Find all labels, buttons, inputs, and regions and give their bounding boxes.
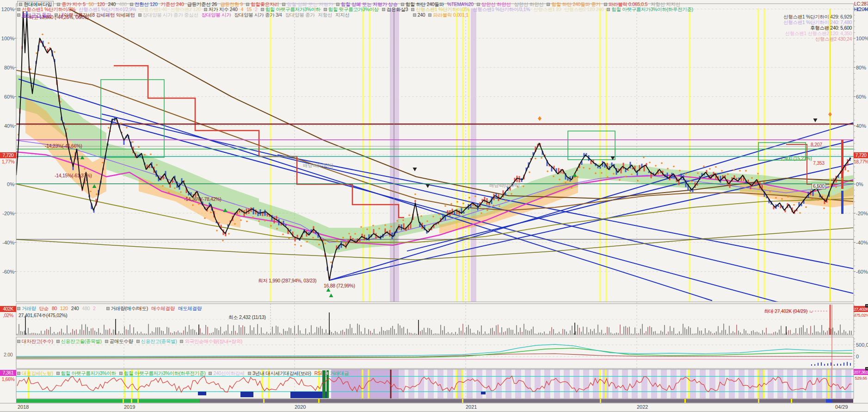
text-overlay-layer: 현대에버다임종가 지수 550120240480전환선 120기준선 240급등… <box>0 0 868 412</box>
toolbar-item[interactable]: 힘힐 아랫구름저가3%이하(하루전기준) <box>607 6 693 12</box>
toolbar-item[interactable]: 선행스팬2 120 <box>170 6 201 12</box>
legend-bullet-icon <box>136 340 140 343</box>
toolbar-item[interactable]: 2 <box>255 6 258 12</box>
toolbar-item[interactable]: 종가 지수 5 <box>57 1 86 6</box>
toolbar-item[interactable]: 힘힐 상폐 또는 저평가 <box>282 1 333 6</box>
toolbar-item[interactable]: 120 <box>97 1 105 6</box>
legend-bullet-icon <box>19 3 22 6</box>
toolbar-item[interactable]: 선행스팬2 120 240 <box>564 6 603 12</box>
toolbar-item[interactable]: 거래량(매수/매도) <box>106 306 148 311</box>
toolbar-item[interactable]: 파라볼릭 0.001,1 <box>428 12 468 18</box>
date-label: 2018 <box>18 404 29 410</box>
current-price-value: 7,720 <box>3 152 14 158</box>
chart-annotation: -14,23%(-46,66%) <box>45 143 82 149</box>
chart-annotation: 8,207 <box>811 142 822 147</box>
toolbar-item[interactable]: 저항선 지지선 <box>651 1 680 6</box>
chart-annotation: 최고 13,860 (-44,26%, 06/01) <box>29 14 88 21</box>
toolbar-item[interactable]: 기준선 240 <box>161 1 184 6</box>
toolbar-item[interactable]: 저가 지수 240 <box>204 6 238 12</box>
toolbar-item[interactable]: 거래량 <box>17 306 36 311</box>
badge-close-icon[interactable]: × <box>865 304 868 307</box>
toolbar-item[interactable]: 장대양봉 시가 <box>202 12 231 18</box>
toolbar-item[interactable]: 매수체결량 <box>151 306 175 311</box>
toolbar-item[interactable]: 4 <box>240 6 243 12</box>
toolbar-item[interactable]: 전환선 120 <box>130 1 158 6</box>
volume-badge-left: 402K <box>0 306 16 312</box>
y-axis-label-right: 40% <box>856 123 866 129</box>
legend-bullet-icon <box>119 372 123 375</box>
toolbar-item[interactable]: 지지선 <box>335 12 350 18</box>
toolbar-item[interactable]: %TEMA%20 <box>447 1 474 6</box>
toolbar-item[interactable]: 상한선 하한선 <box>477 1 511 6</box>
legend-bullet-icon <box>56 340 60 343</box>
toolbar-item[interactable]: 120 <box>60 306 68 311</box>
toolbar-item[interactable]: 15 <box>246 6 252 12</box>
toolbar-item[interactable]: 외국인순매수량(장내+장외) <box>180 338 242 344</box>
y-axis-label-left: 120% <box>0 6 14 12</box>
toolbar-item[interactable]: 2 <box>93 306 96 311</box>
toolbar-item[interactable]: 힘힐 상폐 또는 저평가 상승 <box>336 1 398 6</box>
toolbar-item[interactable]: 매도체결량 <box>178 306 202 311</box>
toolbar-item[interactable]: 480 <box>82 306 90 311</box>
legend-bullet-icon <box>428 13 431 17</box>
toolbar-item[interactable]: 선행스팬1 %단기하이/2,9% <box>79 6 136 12</box>
toolbar-item[interactable]: 240선이하강세 <box>209 370 245 376</box>
toolbar-item[interactable]: 80 <box>52 306 57 311</box>
toolbar-item[interactable]: 대표강세(노랑) <box>17 370 53 376</box>
toolbar-item[interactable]: 선행스팬1 20 <box>533 6 561 12</box>
legend-bullet-icon <box>413 13 416 17</box>
toolbar-item[interactable]: RSI <box>314 370 322 376</box>
toolbar-item[interactable]: 현대에버다임 <box>17 1 54 6</box>
toolbar-item[interactable]: 저항선 <box>318 12 332 18</box>
toolbar-item[interactable]: 힘힐 하단 240돌파 <box>401 1 444 6</box>
toolbar-item[interactable]: 검은화살3 <box>382 6 408 12</box>
toolbar-item[interactable]: 480 <box>119 1 127 6</box>
toolbar-item[interactable]: 파라볼릭 0.065,0.5 <box>604 1 648 6</box>
legend-bullet-icon <box>324 8 327 11</box>
toolbar-item[interactable]: 힘힐 아랫구름저가3%이하(하루전기준) <box>119 370 206 376</box>
toolbar-item[interactable]: 신용잔고(종목별) <box>136 338 177 344</box>
toolbar-item[interactable]: 힘힐 하단 240돌파 중기 <box>547 1 600 6</box>
toolbar-item[interactable]: 240 <box>71 306 79 311</box>
toolbar-item[interactable]: 힘힐 아랫구름저가3%이하 <box>261 6 320 12</box>
toolbar-item[interactable]: 급등전환 9 <box>220 1 243 6</box>
toolbar-item[interactable]: 급등기준선 26 <box>187 1 217 6</box>
volume-summary: 27,401,674주(475,02%) <box>18 312 68 319</box>
indicator-toolbar-row-2: 선행스팬1 %단기하이/3%선행스팬1 %단기하이/2,9%선행스팬1 40선행… <box>17 6 852 12</box>
legend-bullet-icon <box>411 8 414 11</box>
y-axis-label-left: -60% <box>0 269 14 275</box>
toolbar-item[interactable]: 50 <box>89 1 94 6</box>
toolbar-item[interactable]: 단순 <box>39 306 49 311</box>
y-axis-label-left: 80% <box>0 65 14 70</box>
rsi-panel-header: 대표강세(노랑)힘힐 아랫구름저가3%이하힘힐 아랫구름저가3%이하(하루전기준… <box>17 370 852 376</box>
toolbar-item[interactable]: 신용잔고율(종목별) <box>56 338 102 344</box>
toolbar-item[interactable]: 선행스팬1 %단기하이/3% <box>17 6 75 12</box>
toolbar-item[interactable]: 힘힐 아랫구름저가3%이하 <box>56 370 116 376</box>
legend-bullet-icon <box>604 3 607 6</box>
toolbar-item[interactable]: 상한선 하한선 <box>514 1 544 6</box>
toolbar-item[interactable]: 선행스팬1 40 <box>139 6 167 12</box>
legend-bullet-icon <box>246 3 249 6</box>
toolbar-item[interactable]: 장대양봉 시가 종가 중심선 <box>138 12 198 18</box>
toolbar-item[interactable]: 240 <box>108 1 116 6</box>
legend-bullet-icon <box>401 3 404 6</box>
legend-bullet-icon <box>106 307 110 310</box>
toolbar-item[interactable]: 3년내 대시세기대강세(보라) <box>248 370 311 376</box>
date-label: 2022 <box>637 404 648 410</box>
toolbar-item[interactable]: 공매도수량 <box>105 338 133 344</box>
toolbar-item[interactable]: 선행스팬1 %단기하이/3,1% <box>473 6 530 12</box>
toolbar-item[interactable]: 대차잔고(주수) <box>17 338 53 344</box>
toolbar-item[interactable]: 힘힐 윗구름고가3%이상 <box>324 6 379 12</box>
toolbar-item[interactable]: 장대양봉 종가 <box>285 12 315 18</box>
toolbar-item[interactable]: 힘힐좋은자리 <box>246 1 279 6</box>
date-label: 04/29 <box>835 404 848 410</box>
hc-value-label: HC:-44,26 <box>854 6 868 12</box>
legend-bullet-icon <box>204 8 207 11</box>
toolbar-item[interactable]: 240 <box>413 12 425 18</box>
y-axis-label-right: 0% <box>856 181 863 187</box>
toolbar-item[interactable]: 거래대금 <box>325 370 349 376</box>
badge-close-icon[interactable]: × <box>865 367 868 370</box>
toolbar-item[interactable]: 선행스팬1 %단기하이/3% <box>411 6 469 12</box>
toolbar-item[interactable]: 장대양봉 시가 종가 3/4 <box>234 12 282 18</box>
y-axis-label-right: 100% <box>856 36 868 41</box>
